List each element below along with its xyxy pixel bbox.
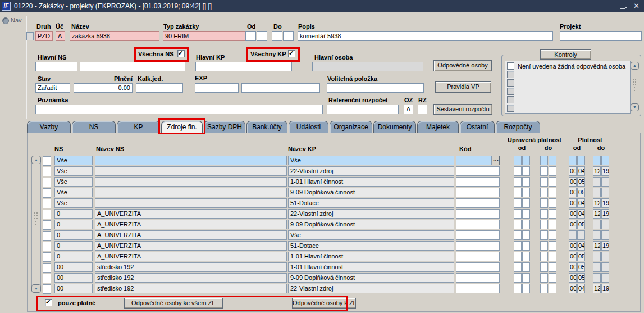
rz-field[interactable]	[418, 105, 427, 114]
referencni-rozpocet-field[interactable]	[327, 105, 399, 114]
cell-upravena-od-2[interactable]	[522, 166, 530, 176]
cell-ns[interactable]: Vše	[54, 177, 93, 187]
uc-field[interactable]: A	[56, 31, 65, 41]
row-select-checkbox[interactable]	[43, 188, 51, 198]
cell-upravena-do-2[interactable]	[549, 252, 556, 261]
tab-sazby-dph[interactable]: Sazby DPH	[204, 121, 245, 133]
cell-kod[interactable]	[456, 177, 500, 187]
cell-upravena-do-1[interactable]	[540, 262, 548, 272]
cell-upravena-od-1[interactable]	[514, 241, 522, 251]
cell-platnost-do-2[interactable]	[601, 230, 609, 240]
cell-nazev-ns[interactable]: A_UNIVERZITA	[95, 230, 287, 240]
restore-icon[interactable]	[620, 3, 627, 9]
cell-nazev-kp[interactable]: 9-09 Doplňková činnost	[288, 273, 454, 283]
cell-upravena-do-1[interactable]	[540, 284, 548, 293]
cell-platnost-od-2[interactable]	[577, 156, 585, 165]
cell-upravena-od-2[interactable]	[522, 284, 530, 293]
popis-field[interactable]: komentář 5938	[298, 31, 553, 41]
row-select-checkbox[interactable]	[43, 252, 51, 262]
poznamka-field[interactable]	[35, 105, 323, 114]
cell-ns[interactable]: 0	[54, 220, 93, 229]
cell-nazev-kp[interactable]: 1-01 Hlavní činnost	[288, 262, 454, 272]
cell-kod[interactable]	[456, 241, 500, 251]
cell-platnost-do-1[interactable]: 12	[593, 241, 601, 251]
cell-nazev-kp[interactable]: 22-Vlastní zdroj	[288, 284, 454, 293]
exp-field-2[interactable]	[241, 83, 320, 93]
cell-platnost-do-1[interactable]: 12	[593, 198, 601, 208]
cell-kod[interactable]	[456, 284, 500, 293]
cell-upravena-do-1[interactable]	[540, 198, 548, 208]
cell-upravena-do-2[interactable]	[549, 262, 556, 272]
cell-kod[interactable]	[456, 262, 500, 272]
cell-platnost-od-1[interactable]: 00	[569, 241, 577, 251]
tab-ostatn[interactable]: Ostatní	[460, 121, 495, 133]
row-select-checkbox[interactable]	[43, 167, 51, 176]
cell-ns[interactable]: 00	[54, 262, 93, 272]
cell-platnost-do-1[interactable]	[593, 262, 601, 272]
row-select-checkbox[interactable]	[43, 231, 51, 241]
cell-upravena-od-2[interactable]	[522, 273, 530, 283]
row-select-checkbox[interactable]	[43, 284, 51, 294]
kod-lookup-ellipsis-button[interactable]: …	[492, 156, 500, 165]
cell-platnost-do-1[interactable]	[593, 156, 601, 165]
cell-platnost-do-2[interactable]	[601, 273, 609, 283]
cell-platnost-od-2[interactable]: 05	[577, 220, 585, 229]
row-select-checkbox[interactable]	[43, 210, 51, 219]
cell-upravena-do-2[interactable]	[549, 198, 556, 208]
cell-nazev-ns[interactable]	[95, 177, 287, 187]
cell-platnost-do-2[interactable]	[601, 252, 609, 261]
cell-upravena-od-1[interactable]	[514, 252, 522, 261]
cell-ns[interactable]: 0	[54, 252, 93, 261]
cell-nazev-ns[interactable]: středisko 192	[95, 284, 287, 293]
cell-nazev-kp[interactable]: 9-09 Doplňková činnost	[288, 188, 454, 197]
cell-platnost-do-2[interactable]	[601, 177, 609, 187]
cell-upravena-od-2[interactable]	[522, 252, 530, 261]
cell-platnost-od-2[interactable]: 05	[577, 188, 585, 197]
cell-platnost-do-2[interactable]: 19	[601, 209, 609, 219]
odpovedne-osoby-button[interactable]: Odpovědné osoby	[433, 60, 492, 71]
row-select-checkbox[interactable]	[43, 199, 51, 208]
cell-nazev-kp[interactable]: Vše	[288, 230, 454, 240]
cell-upravena-od-1[interactable]	[514, 177, 522, 187]
cell-nazev-kp[interactable]: 22-Vlastní zdroj	[288, 166, 454, 176]
tab-dokumenty[interactable]: Dokumenty	[373, 121, 416, 133]
kalk-jed-field[interactable]	[136, 83, 183, 93]
cell-upravena-od-1[interactable]	[514, 220, 522, 229]
cell-platnost-do-2[interactable]: 19	[601, 166, 609, 176]
cell-upravena-do-1[interactable]	[540, 252, 548, 261]
cell-platnost-do-2[interactable]	[601, 262, 609, 272]
row-select-checkbox[interactable]	[43, 156, 51, 166]
cell-upravena-do-2[interactable]	[549, 166, 556, 176]
cell-upravena-do-2[interactable]	[549, 209, 556, 219]
cell-upravena-od-2[interactable]	[522, 188, 530, 197]
cell-nazev-kp[interactable]: 51-Dotace	[288, 198, 454, 208]
cell-nazev-ns[interactable]: středisko 192	[95, 262, 287, 272]
kontroly-scroll-down-icon[interactable]: ▼	[631, 103, 639, 111]
cell-platnost-do-1[interactable]	[593, 220, 601, 229]
cell-platnost-od-1[interactable]	[569, 230, 577, 240]
cell-nazev-kp[interactable]: 1-01 Hlavní činnost	[288, 252, 454, 261]
cell-upravena-do-2[interactable]	[549, 220, 556, 229]
cell-platnost-od-2[interactable]: 05	[577, 177, 585, 187]
cell-platnost-od-2[interactable]: 04	[577, 198, 585, 208]
hlavni-ns-field-1[interactable]	[35, 62, 77, 71]
cell-platnost-od-1[interactable]: 00	[569, 166, 577, 176]
cell-upravena-od-2[interactable]	[522, 220, 530, 229]
cell-platnost-od-1[interactable]	[569, 156, 577, 165]
tab-ns[interactable]: NS	[72, 121, 116, 133]
cell-platnost-do-1[interactable]	[593, 188, 601, 197]
cell-upravena-do-1[interactable]	[540, 209, 548, 219]
cell-kod[interactable]	[456, 220, 500, 229]
volitelna-polozka-field[interactable]	[327, 83, 424, 93]
cell-upravena-do-1[interactable]	[540, 241, 548, 251]
oz-field[interactable]: A	[404, 105, 413, 114]
cell-upravena-od-1[interactable]	[514, 230, 522, 240]
cell-platnost-do-1[interactable]	[593, 273, 601, 283]
cell-upravena-do-1[interactable]	[540, 177, 548, 187]
cell-platnost-do-2[interactable]: 19	[601, 241, 609, 251]
row-select-checkbox[interactable]	[43, 242, 51, 251]
cell-ns[interactable]: 00	[54, 273, 93, 283]
cell-nazev-kp[interactable]: Vše	[288, 156, 454, 165]
cell-platnost-od-1[interactable]: 00	[569, 252, 577, 261]
cell-nazev-kp[interactable]: 9-09 Doplňková činnost	[288, 220, 454, 229]
